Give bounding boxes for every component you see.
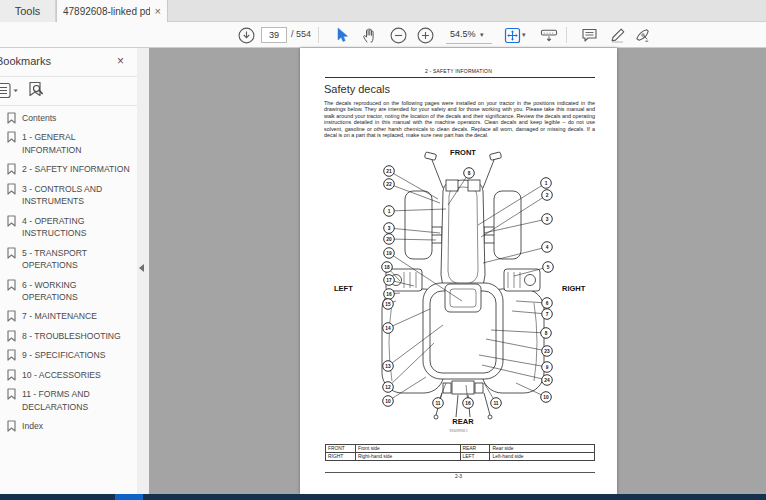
bookmark-item[interactable]: 10 - ACCESSORIES [0,365,137,384]
callout-number: 2 [546,193,549,198]
legend-key: LEFT [460,453,490,461]
find-current-bookmark-icon[interactable] [27,81,45,104]
zoom-level-value[interactable]: 54.5% [446,29,492,44]
tab-bar: Tools 47892608-linked pd... × [0,0,766,22]
callout-number: 10 [385,399,391,404]
bookmark-item-label: 6 - WORKING OPERATIONS [22,278,133,304]
comment-icon[interactable] [580,26,598,44]
callout-number: 12 [385,385,391,390]
bookmark-item-label: Index [22,419,43,432]
legend-row: FRONTFront sideREARRear side [326,445,595,453]
bookmark-icon [7,131,16,143]
section-title: Safety decals [324,83,390,95]
bookmark-item[interactable]: 1 - GENERAL INFORMATION [0,127,137,159]
bookmarks-list: Contents1 - GENERAL INFORMATION2 - SAFET… [0,108,137,436]
footer-rule [325,472,595,473]
pdf-viewer-window: Tools 47892608-linked pd... × / 554 54.5… [0,0,766,500]
toolbar-divider [566,27,567,43]
bookmark-item-label: 2 - SAFETY INFORMATION [22,162,130,175]
taskbar-active-segment [115,494,143,500]
callout-number: 17 [386,278,392,283]
bookmark-item[interactable]: 3 - CONTROLS AND INSTRUMENTS [0,179,137,211]
callout-number: 16 [386,292,392,297]
page-count-label: / 554 [291,29,311,39]
zoom-dropdown-caret-icon[interactable]: ▾ [480,31,484,39]
highlighter-pencil-icon[interactable] [608,26,626,44]
document-viewer[interactable]: 2 - SAFETY INFORMATION Safety decals The… [149,48,766,494]
bookmark-icon [7,247,16,259]
callout-number: 5 [547,265,550,270]
fill-sign-pen-icon[interactable] [634,26,652,44]
legend-table: FRONTFront sideREARRear sideRIGHTRight-h… [325,444,595,461]
taskbar [0,494,766,500]
tab-document-label: 47892608-linked pd... [63,6,150,17]
figure-caption: 93109958 1 [300,429,617,433]
callout-number: 4 [546,245,549,250]
bookmark-item-label: Contents [22,111,56,124]
callout-number: 9 [546,365,549,370]
tab-document[interactable]: 47892608-linked pd... × [56,0,168,22]
callout-number: 22 [386,182,392,187]
diagram-right-label: RIGHT [562,284,586,293]
fit-dropdown-caret-icon[interactable]: ▾ [522,31,526,39]
toolbar-divider [318,27,319,43]
panel-collapse-strip [137,48,149,494]
callout-number: 14 [385,326,391,331]
page-number-footer: 2-3 [300,474,617,479]
hand-tool-icon[interactable] [361,26,379,44]
bookmark-item[interactable]: 9 - SPECIFICATIONS [0,345,137,364]
legend-value: Right-hand side [355,453,460,461]
fit-page-icon[interactable] [503,26,521,44]
main-toolbar: / 554 54.5% ▾ ▾ [0,22,766,48]
bookmarks-panel: Bookmarks × Contents1 - GENERAL INFORMAT… [0,48,137,494]
bookmark-item[interactable]: Index [0,416,137,435]
zoom-in-icon[interactable] [416,26,434,44]
select-tool-icon[interactable] [333,26,351,44]
callout-number: 1 [545,181,548,186]
bookmark-options-icon[interactable] [0,82,19,103]
callout-number: 11 [493,401,498,406]
callout-number: 10 [543,395,549,400]
bookmark-item[interactable]: 5 - TRANSPORT OPERATIONS [0,243,137,275]
bookmark-item-label: 8 - TROUBLESHOOTING [22,329,121,342]
callout-number: 3 [546,217,549,222]
page-display-icon[interactable] [540,26,558,44]
callout-number: 11 [435,401,440,406]
callout-number: 8 [468,171,471,176]
bookmarks-close-icon[interactable]: × [117,54,124,68]
diagram-front-label: FRONT [450,148,476,157]
bookmark-icon [7,420,16,432]
header-rule [325,77,595,78]
tractor-decal-diagram: FRONT REAR LEFT RIGHT 212281213203451918… [326,143,596,428]
bookmark-icon [7,388,16,400]
callout-number: 24 [544,378,550,383]
collapse-panel-icon[interactable] [139,264,144,272]
diagram-left-label: LEFT [334,284,353,293]
legend-key: REAR [460,445,490,453]
tab-tools[interactable]: Tools [0,0,56,22]
bookmark-item[interactable]: 6 - WORKING OPERATIONS [0,275,137,307]
bookmark-icon [7,330,16,342]
callout-number: 13 [385,364,391,369]
page-number-input[interactable] [261,27,287,43]
callout-number: 19 [386,251,392,256]
bookmark-item[interactable]: 4 - OPERATING INSTRUCTIONS [0,211,137,243]
callout-number: 3 [388,226,391,231]
legend-value: Rear side [490,445,595,453]
callout-number: 1 [388,209,391,214]
bookmark-item[interactable]: 11 - FORMS AND DECLARATIONS [0,384,137,416]
download-icon[interactable] [237,26,255,44]
pdf-page: 2 - SAFETY INFORMATION Safety decals The… [300,48,617,494]
bookmark-item[interactable]: 7 - MAINTENANCE [0,306,137,325]
bookmark-item[interactable]: 8 - TROUBLESHOOTING [0,326,137,345]
bookmark-item[interactable]: Contents [0,108,137,127]
bookmark-item[interactable]: 2 - SAFETY INFORMATION [0,159,137,178]
zoom-out-icon[interactable] [389,26,407,44]
tab-close-icon[interactable]: × [155,6,161,17]
bookmark-icon [7,215,16,227]
legend-key: FRONT [326,445,356,453]
bookmark-icon [7,310,16,322]
callout-number: 6 [546,301,549,306]
divider [0,105,137,106]
callout-number: 23 [544,349,550,354]
